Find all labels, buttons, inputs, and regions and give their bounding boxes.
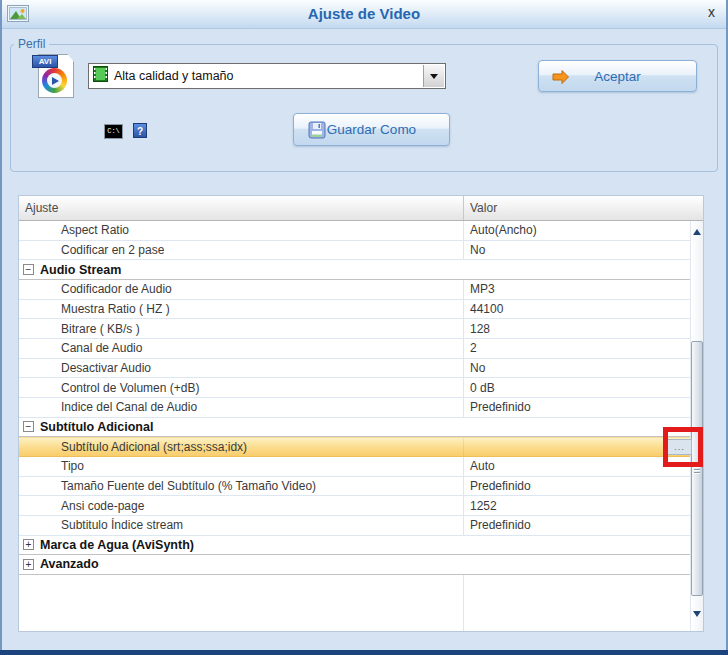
profile-combo-value: Alta calidad y tamaño [114,69,234,83]
group-label: Audio Stream [40,263,121,277]
setting-value: 128 [463,319,703,338]
table-group-row[interactable]: +Marca de Agua (AviSynth) [19,536,703,556]
group-label: Avanzado [40,557,99,571]
table-row[interactable]: Subtitulo Índice streamPredefinido [19,516,703,536]
vertical-scrollbar[interactable] [690,221,703,631]
browse-button[interactable]: ... [667,439,692,455]
close-button[interactable]: x [708,4,715,20]
film-icon [93,66,108,86]
expand-toggle-icon[interactable]: + [23,539,34,550]
setting-value: 1252 [463,496,703,515]
setting-label: Codificador de Audio [19,282,463,296]
settings-table: Ajuste Valor Aspect RatioAuto(Ancho)Codi… [18,195,704,632]
table-row[interactable]: Bitrare ( KB/s )128 [19,319,703,339]
profile-group-label: Perfil [14,37,49,51]
table-group-row[interactable]: −Subtítulo Adicional [19,418,703,438]
expand-toggle-icon[interactable]: + [23,559,34,570]
group-label: Marca de Agua (AviSynth) [40,538,194,552]
floppy-disk-icon [308,121,326,142]
table-row[interactable]: Subtítulo Adicional (srt;ass;ssa;idx)... [19,437,703,457]
table-row[interactable]: Control de Volumen (+dB)0 dB [19,378,703,398]
setting-label: Codificar en 2 pase [19,243,463,257]
setting-label: Muestra Ratio ( HZ ) [19,302,463,316]
command-line-icon[interactable]: C:\ [104,124,123,139]
table-row[interactable]: Canal de Audio2 [19,339,703,359]
setting-value: 44100 [463,300,703,319]
chevron-down-icon [430,74,438,79]
help-icon[interactable]: ? [133,123,147,138]
table-header: Ajuste Valor [19,196,703,221]
setting-label: Subtitulo Índice stream [19,518,463,532]
setting-value: 2 [463,339,703,358]
setting-value: MP3 [463,280,703,299]
arrow-right-icon [551,69,570,88]
column-header-ajuste: Ajuste [19,196,463,220]
column-header-valor: Valor [463,196,703,220]
table-row[interactable]: Codificar en 2 paseNo [19,241,703,261]
table-row[interactable]: Ansi code-page1252 [19,496,703,516]
setting-value: Predefinido [463,516,703,535]
window-border-bottom [0,650,728,655]
scrollbar-thumb[interactable] [691,341,703,596]
setting-value: No [463,359,703,378]
setting-label: Subtítulo Adicional (srt;ass;ssa;idx) [19,440,463,454]
scroll-up-icon[interactable] [693,229,701,235]
setting-value: Auto [463,457,703,476]
setting-label: Ansi code-page [19,499,463,513]
accept-button[interactable]: Aceptar [538,60,697,92]
table-group-row[interactable]: +Avanzado [19,555,703,575]
setting-label: Canal de Audio [19,341,463,355]
table-row[interactable]: Codificador de AudioMP3 [19,280,703,300]
combo-dropdown-button[interactable] [423,65,444,87]
collapse-toggle-icon[interactable]: − [23,264,34,275]
setting-value: No [463,241,703,260]
group-label: Subtítulo Adicional [40,420,153,434]
table-row[interactable]: Tamaño Fuente del Subtítulo (% Tamaño Vi… [19,477,703,497]
setting-label: Tamaño Fuente del Subtítulo (% Tamaño Vi… [19,479,463,493]
window-title: Ajuste de Video [0,5,728,22]
table-row[interactable]: Indice del Canal de AudioPredefinido [19,398,703,418]
avi-badge: AVI [32,55,58,68]
video-settings-dialog: Ajuste de Video x Perfil AVI Alta calida… [0,0,728,655]
table-empty-area [19,575,703,631]
scroll-down-icon[interactable] [693,611,701,617]
setting-label: Tipo [19,459,463,473]
avi-file-icon: AVI [32,52,78,98]
table-body: Aspect RatioAuto(Ancho)Codificar en 2 pa… [19,221,703,575]
title-bar: Ajuste de Video x [0,0,728,29]
play-icon [52,77,59,85]
table-row[interactable]: Aspect RatioAuto(Ancho) [19,221,703,241]
table-row[interactable]: TipoAuto [19,457,703,477]
window-border-left [0,0,2,655]
setting-label: Bitrare ( KB/s ) [19,322,463,336]
setting-label: Aspect Ratio [19,223,463,237]
scrollbar-grip [694,466,700,475]
setting-value: Auto(Ancho) [463,221,703,240]
table-group-row[interactable]: −Audio Stream [19,260,703,280]
setting-value: 0 dB [463,378,703,397]
save-as-button[interactable]: Guardar Como [293,113,450,146]
setting-value: Predefinido [463,477,703,496]
table-row[interactable]: Muestra Ratio ( HZ )44100 [19,300,703,320]
table-row[interactable]: Desactivar AudioNo [19,359,703,379]
setting-value: Predefinido [463,398,703,417]
setting-label: Indice del Canal de Audio [19,400,463,414]
setting-label: Desactivar Audio [19,361,463,375]
accept-button-label: Aceptar [594,69,641,84]
setting-label: Control de Volumen (+dB) [19,381,463,395]
profile-combobox[interactable]: Alta calidad y tamaño [88,63,446,89]
save-as-button-label: Guardar Como [327,122,416,137]
collapse-toggle-icon[interactable]: − [23,421,34,432]
